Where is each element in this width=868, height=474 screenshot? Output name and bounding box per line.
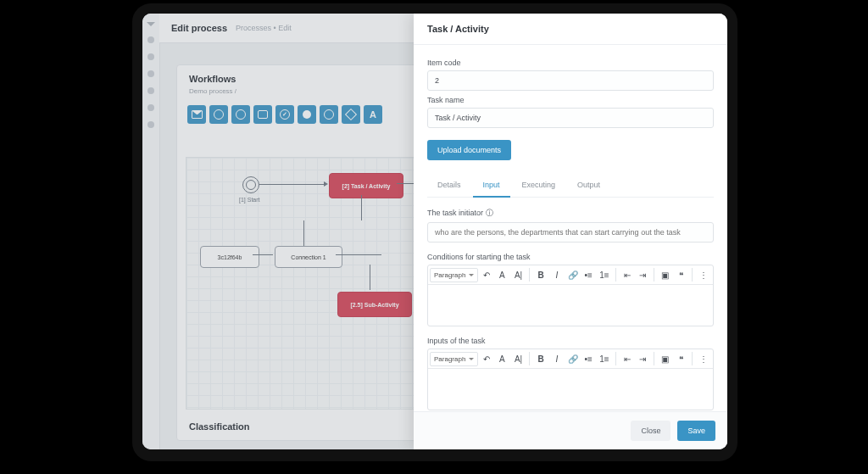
- conditions-textarea[interactable]: [428, 285, 713, 326]
- bold-icon[interactable]: B: [533, 267, 548, 282]
- close-button[interactable]: Close: [631, 421, 670, 441]
- tool-timer-icon[interactable]: [231, 105, 250, 124]
- outdent-icon[interactable]: ⇤: [620, 351, 635, 366]
- more-icon[interactable]: ⋮: [696, 267, 711, 282]
- task-name-label: Task name: [427, 96, 714, 104]
- panel-footer: Close Save: [414, 411, 727, 449]
- quote-icon[interactable]: ❝: [674, 267, 689, 282]
- font-color-icon[interactable]: A|: [511, 267, 526, 282]
- tool-clock-icon[interactable]: [209, 105, 228, 124]
- numbered-list-icon[interactable]: 1≡: [597, 351, 612, 366]
- image-icon[interactable]: ▣: [658, 351, 673, 366]
- rail-item[interactable]: [147, 36, 154, 43]
- page-title: Edit process: [171, 23, 227, 33]
- tab-input[interactable]: Input: [473, 174, 510, 198]
- arrow-icon: [324, 181, 328, 187]
- undo-icon[interactable]: ↶: [479, 267, 494, 282]
- paragraph-select[interactable]: Paragraph: [430, 352, 478, 366]
- undo-icon[interactable]: ↶: [479, 351, 494, 366]
- node-start[interactable]: [242, 176, 259, 193]
- connector: [370, 265, 370, 290]
- font-color-icon[interactable]: A|: [511, 351, 526, 366]
- bulleted-list-icon[interactable]: •≡: [581, 351, 596, 366]
- node-task[interactable]: [2] Task / Activity: [329, 173, 403, 198]
- tool-filled-circle-icon[interactable]: [298, 105, 316, 124]
- font-size-icon[interactable]: A: [495, 351, 510, 366]
- collapse-chevron-icon[interactable]: [147, 22, 155, 26]
- connector: [253, 254, 273, 255]
- classification-title: Classification: [189, 421, 250, 432]
- editor-toolbar: Paragraph ↶ A A| B I 🔗 •≡ 1≡ ⇤: [428, 349, 713, 369]
- inputs-editor: Paragraph ↶ A A| B I 🔗 •≡ 1≡ ⇤: [427, 349, 714, 410]
- connector: [259, 184, 326, 185]
- tool-text-icon[interactable]: A: [364, 105, 382, 124]
- connector: [361, 195, 362, 220]
- link-icon[interactable]: 🔗: [565, 267, 581, 282]
- initiator-input[interactable]: [427, 222, 714, 243]
- node-connection[interactable]: Connection 1: [275, 246, 342, 268]
- inputs-label: Inputs of the task: [427, 337, 714, 345]
- rail-item[interactable]: [147, 104, 154, 111]
- tool-envelope-icon[interactable]: [187, 105, 206, 124]
- tool-circle-icon[interactable]: [320, 105, 338, 124]
- breadcrumb: Processes • Edit: [236, 24, 292, 32]
- inputs-textarea[interactable]: [428, 369, 713, 410]
- rail-item[interactable]: [147, 70, 154, 77]
- more-icon[interactable]: ⋮: [696, 351, 711, 366]
- rail-item[interactable]: [147, 87, 154, 94]
- italic-icon[interactable]: I: [549, 267, 565, 282]
- initiator-label: The task initiator ⓘ: [427, 208, 714, 219]
- quote-icon[interactable]: ❝: [674, 351, 689, 366]
- node-subactivity[interactable]: [2.5] Sub-Activity: [337, 292, 412, 317]
- link-icon[interactable]: 🔗: [565, 351, 581, 366]
- item-code-input[interactable]: [427, 70, 714, 91]
- tab-executing[interactable]: Executing: [512, 174, 566, 197]
- tab-details[interactable]: Details: [427, 174, 471, 197]
- app-screen: Edit process Processes • Edit Workflows …: [142, 14, 727, 449]
- indent-icon[interactable]: ⇥: [635, 351, 650, 366]
- conditions-editor: Paragraph ↶ A A| B I 🔗 •≡ 1≡ ⇤: [427, 265, 714, 326]
- save-button[interactable]: Save: [677, 421, 715, 441]
- tablet-frame: Edit process Processes • Edit Workflows …: [132, 3, 737, 461]
- numbered-list-icon[interactable]: 1≡: [597, 267, 612, 282]
- upload-documents-button[interactable]: Upload documents: [427, 140, 511, 160]
- tool-rect-icon[interactable]: [253, 105, 272, 124]
- tab-output[interactable]: Output: [567, 174, 610, 197]
- indent-icon[interactable]: ⇥: [635, 267, 650, 282]
- node-box[interactable]: 3c12f64b: [200, 246, 259, 268]
- connector: [303, 220, 304, 246]
- bulleted-list-icon[interactable]: •≡: [581, 267, 596, 282]
- task-name-input[interactable]: [427, 108, 714, 128]
- connector: [336, 254, 381, 255]
- left-rail: [142, 14, 160, 449]
- bold-icon[interactable]: B: [533, 351, 548, 366]
- editor-toolbar: Paragraph ↶ A A| B I 🔗 •≡ 1≡ ⇤: [428, 265, 713, 285]
- italic-icon[interactable]: I: [549, 351, 565, 366]
- tool-diamond-icon[interactable]: [342, 105, 360, 124]
- conditions-label: Conditions for starting the task: [427, 253, 714, 261]
- outdent-icon[interactable]: ⇤: [620, 267, 635, 282]
- image-icon[interactable]: ▣: [658, 267, 673, 282]
- panel-tabs: Details Input Executing Output: [427, 174, 714, 198]
- rail-item[interactable]: [147, 121, 154, 128]
- font-size-icon[interactable]: A: [495, 267, 510, 282]
- panel-title: Task / Activity: [414, 14, 727, 45]
- item-code-label: Item code: [427, 59, 714, 67]
- task-side-panel: Task / Activity Item code Task name Uplo…: [414, 14, 727, 449]
- node-start-label: [1] Start: [239, 197, 260, 203]
- paragraph-select[interactable]: Paragraph: [430, 268, 478, 282]
- tool-check-icon[interactable]: ✓: [275, 105, 294, 124]
- rail-item[interactable]: [147, 53, 154, 60]
